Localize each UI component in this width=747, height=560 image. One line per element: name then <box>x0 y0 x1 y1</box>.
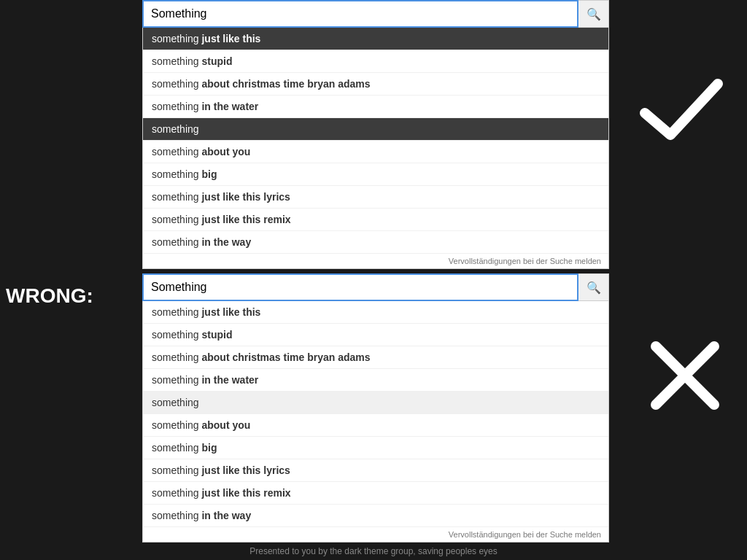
item-prefix: something <box>152 33 199 44</box>
bottom-search-bar: 🔍 <box>142 273 609 301</box>
list-item[interactable]: something just like this remix <box>143 482 608 505</box>
list-item[interactable]: something in the water <box>143 96 608 118</box>
list-item[interactable]: something about christmas time bryan ada… <box>143 73 608 96</box>
footer-text: Presented to you by the dark theme group… <box>0 546 747 556</box>
dropdown-footer: Vervollständigungen bei der Suche melden <box>143 527 608 542</box>
top-search-input[interactable] <box>142 0 578 28</box>
dropdown-footer: Vervollständigungen bei der Suche melden <box>143 254 608 268</box>
list-item[interactable]: something stupid <box>143 50 608 73</box>
top-dropdown: something just like this something stupi… <box>142 28 609 269</box>
list-item[interactable]: something about christmas time bryan ada… <box>143 346 608 369</box>
list-item[interactable]: something stupid <box>143 324 608 346</box>
top-search-button[interactable]: 🔍 <box>578 0 609 28</box>
list-item[interactable]: something just like this <box>143 28 608 50</box>
bottom-section: 🔍 something just like this something stu… <box>142 273 609 542</box>
x-icon <box>645 335 725 416</box>
checkmark-icon <box>638 73 725 146</box>
top-section: 🔍 something just like this something stu… <box>142 0 609 269</box>
list-item[interactable]: something in the water <box>143 369 608 392</box>
list-item[interactable]: something just like this remix <box>143 209 608 231</box>
bottom-search-input[interactable] <box>142 273 578 301</box>
bottom-search-button[interactable]: 🔍 <box>578 273 609 301</box>
list-item[interactable]: something just like this <box>143 301 608 324</box>
list-item[interactable]: something in the way <box>143 505 608 527</box>
list-item[interactable]: something <box>143 118 608 141</box>
search-icon: 🔍 <box>587 281 601 295</box>
list-item[interactable]: something in the way <box>143 231 608 254</box>
list-item[interactable]: something <box>143 392 608 414</box>
list-item[interactable]: something big <box>143 437 608 459</box>
bottom-dropdown: something just like this something stupi… <box>142 301 609 542</box>
list-item[interactable]: something about you <box>143 414 608 437</box>
list-item[interactable]: something just like this lyrics <box>143 186 608 209</box>
wrong-label: WRONG: <box>0 284 93 308</box>
search-icon: 🔍 <box>587 7 601 21</box>
list-item[interactable]: something just like this lyrics <box>143 459 608 482</box>
list-item[interactable]: something about you <box>143 141 608 163</box>
list-item[interactable]: something big <box>143 163 608 186</box>
top-search-bar: 🔍 <box>142 0 609 28</box>
item-suffix: just like this <box>199 33 261 44</box>
